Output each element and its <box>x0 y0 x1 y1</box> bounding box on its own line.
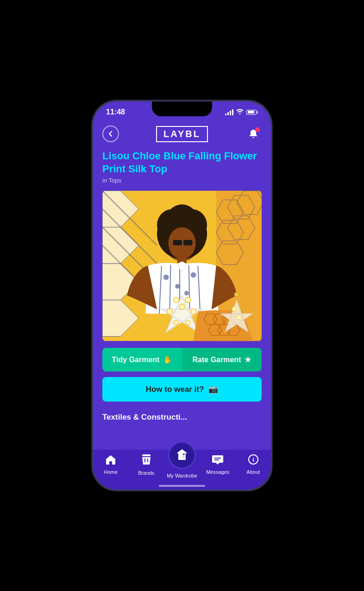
camera-icon: 📷 <box>208 384 218 394</box>
wardrobe-circle <box>168 441 196 469</box>
brands-icon <box>141 454 151 468</box>
svg-point-35 <box>173 297 179 303</box>
phone-device: 11:48 <box>92 100 272 491</box>
nav-item-home[interactable]: Home <box>96 454 126 475</box>
product-title: Lisou Chloe Blue Falling Flower Print Si… <box>102 150 262 175</box>
svg-point-49 <box>237 315 241 320</box>
svg-rect-22 <box>173 240 182 245</box>
app-header: LAYBL <box>93 120 271 146</box>
how-to-wear-button[interactable]: How to wear it? 📷 <box>102 377 262 402</box>
svg-point-52 <box>183 454 184 455</box>
svg-point-32 <box>175 284 180 289</box>
about-icon: i <box>248 454 258 467</box>
back-button[interactable] <box>102 126 119 142</box>
svg-point-37 <box>174 321 178 325</box>
bottom-nav: Home Brands <box>93 450 271 490</box>
svg-point-41 <box>179 304 185 310</box>
svg-point-48 <box>232 307 237 311</box>
status-icons <box>225 108 258 116</box>
nav-home-label: Home <box>104 469 118 475</box>
product-image <box>102 189 262 342</box>
home-icon <box>105 454 116 467</box>
textiles-label: Textiles & Constructi... <box>102 413 187 421</box>
svg-point-31 <box>163 275 169 280</box>
notification-button[interactable] <box>245 126 262 142</box>
rate-icon: ★ <box>245 355 251 364</box>
product-title-area: Lisou Chloe Blue Falling Flower Print Si… <box>93 146 271 189</box>
messages-icon <box>212 454 223 467</box>
rate-label: Rate Garment <box>193 356 241 364</box>
wifi-icon <box>236 108 244 116</box>
status-time: 11:48 <box>106 108 125 116</box>
rate-garment-button[interactable]: Rate Garment ★ <box>182 348 262 371</box>
nav-messages-label: Messages <box>206 469 229 475</box>
how-to-wear-label: How to wear it? <box>146 385 204 394</box>
signal-icon <box>225 109 233 115</box>
product-category: in Tops <box>102 177 262 184</box>
svg-point-36 <box>167 308 173 314</box>
svg-point-40 <box>186 321 190 325</box>
tidy-label: Tidy Garment <box>112 356 160 364</box>
nav-item-brands[interactable]: Brands <box>132 454 161 476</box>
nav-item-messages[interactable]: Messages <box>203 454 232 475</box>
svg-point-38 <box>185 297 191 303</box>
home-indicator <box>159 485 205 487</box>
nav-item-about[interactable]: i About <box>238 454 268 475</box>
nav-about-label: About <box>246 469 260 475</box>
nav-wardrobe-label: My Wardrobe <box>167 473 197 478</box>
svg-point-33 <box>191 272 196 278</box>
nav-brands-label: Brands <box>138 470 154 476</box>
tidy-icon: ✋ <box>163 355 172 364</box>
svg-point-50 <box>234 292 239 297</box>
svg-rect-23 <box>183 240 193 245</box>
app-logo: LAYBL <box>156 126 208 142</box>
nav-item-wardrobe[interactable]: My Wardrobe <box>167 441 197 478</box>
action-buttons: Tidy Garment ✋ Rate Garment ★ <box>102 348 262 371</box>
phone-screen: 11:48 <box>93 101 271 490</box>
notification-badge <box>255 127 260 132</box>
svg-text:i: i <box>252 456 254 463</box>
svg-point-39 <box>191 308 196 314</box>
battery-icon <box>246 110 258 115</box>
textiles-section-header: Textiles & Constructi... <box>93 407 271 422</box>
svg-point-34 <box>184 291 189 296</box>
tidy-garment-button[interactable]: Tidy Garment ✋ <box>102 348 182 371</box>
notch <box>152 101 212 116</box>
